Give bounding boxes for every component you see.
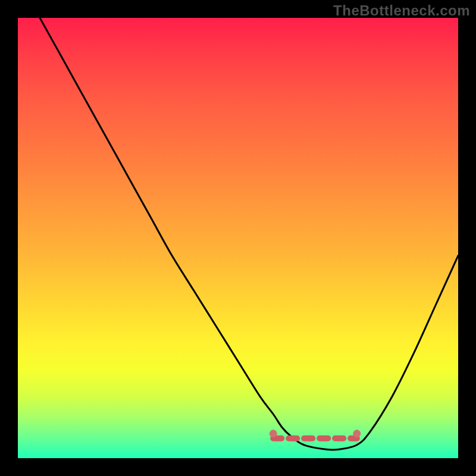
plot-area: [18, 18, 458, 458]
watermark-text: TheBottleneck.com: [333, 2, 470, 19]
bottleneck-curve: [40, 18, 458, 450]
chart-frame: TheBottleneck.com: [0, 0, 476, 476]
optimal-zone-dot-left: [270, 430, 277, 437]
chart-svg: [18, 18, 458, 458]
optimal-zone-dot-right: [353, 430, 361, 437]
